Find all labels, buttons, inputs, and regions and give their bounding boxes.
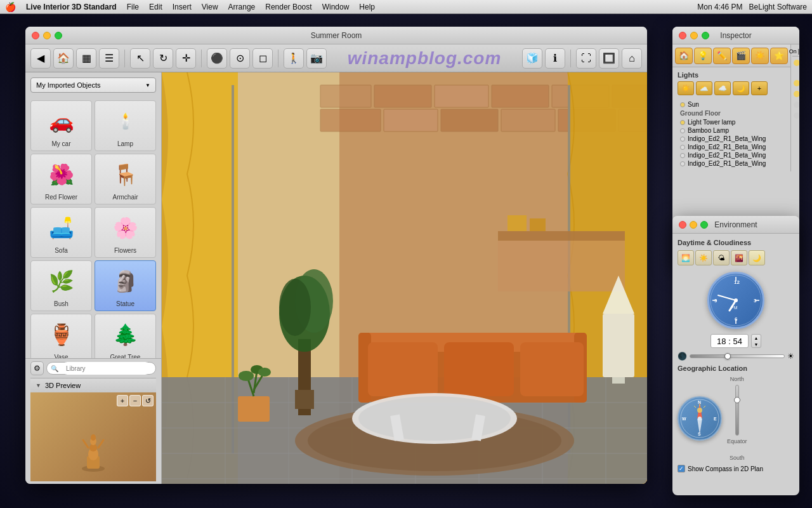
light-indigo-4[interactable]: Indigo_Ed2_R1_Beta_Wing — [678, 159, 785, 168]
circle-tool[interactable]: ⚫ — [207, 48, 227, 69]
inspector-minimize-button[interactable] — [690, 32, 698, 39]
inspector-star-btn[interactable]: ⭐ — [770, 48, 788, 64]
select-tool[interactable]: ↖ — [130, 48, 150, 69]
preview-header[interactable]: ▼ 3D Preview — [30, 378, 156, 392]
object-statue[interactable]: 🗿 Statue — [95, 260, 156, 311]
tower-lamp-label: Light Tower lamp — [688, 119, 735, 126]
close-button[interactable] — [32, 32, 39, 39]
inspector-home-btn[interactable]: 🏠 — [675, 48, 693, 64]
apple-menu[interactable]: 🍎 — [5, 2, 16, 12]
my-car-label: My car — [52, 140, 71, 147]
preview-triangle-icon: ▼ — [36, 382, 41, 389]
object-my-car[interactable]: 🚗 My car — [30, 100, 92, 151]
svg-rect-69 — [603, 314, 634, 377]
menu-window[interactable]: Window — [322, 3, 350, 11]
light-tower-lamp[interactable]: Light Tower lamp — [678, 118, 785, 126]
object-armchair[interactable]: 🪑 Armchair — [95, 154, 156, 204]
window-title: Summer Room — [311, 31, 362, 40]
evening-btn[interactable]: 🌇 — [731, 250, 747, 265]
app-name[interactable]: Live Interior 3D Standard — [26, 3, 117, 11]
menu-file[interactable]: File — [127, 3, 139, 11]
night-btn[interactable]: 🌙 — [749, 250, 765, 265]
show-compass-checkbox[interactable]: ✓ — [678, 465, 685, 472]
zoom-out-btn[interactable]: − — [129, 395, 141, 406]
light-indigo-2[interactable]: Indigo_Ed2_R1_Beta_Wing — [678, 143, 785, 151]
color-dot-2 — [794, 80, 799, 86]
inspector-maximize-button[interactable] — [702, 32, 709, 39]
object-red-flower[interactable]: 🌺 Red Flower — [30, 154, 92, 204]
menu-help[interactable]: Help — [359, 3, 375, 11]
lat-slider[interactable] — [735, 385, 739, 436]
inspector-bulb-btn[interactable]: 💡 — [694, 48, 712, 64]
donut-tool[interactable]: ⊙ — [230, 48, 250, 69]
light-ctrl-add[interactable]: + — [751, 81, 768, 95]
light-indigo-1[interactable]: Indigo_Ed2_R1_Beta_Wing — [678, 135, 785, 143]
env-maximize-button[interactable] — [700, 221, 708, 229]
menu-renderbost[interactable]: Render Boost — [265, 3, 311, 11]
library-search[interactable] — [61, 362, 152, 375]
menu-view[interactable]: View — [202, 3, 218, 11]
color-dot-1 — [794, 60, 799, 66]
inspector-pencil-btn[interactable]: ✏️ — [713, 48, 731, 64]
svg-rect-53 — [295, 390, 314, 409]
move-tool[interactable]: ✛ — [176, 48, 196, 69]
object-bush[interactable]: 🌿 Bush — [30, 260, 92, 311]
minimize-button[interactable] — [43, 32, 51, 39]
light-ctrl-4[interactable]: 🌙 — [733, 81, 749, 95]
light-item-sun[interactable]: Sun — [678, 100, 785, 109]
lat-thumb[interactable] — [734, 397, 740, 403]
on-off-header: On | Off Color — [792, 47, 799, 57]
object-flowers[interactable]: 🌸 Flowers — [95, 207, 156, 258]
time-input[interactable] — [710, 334, 749, 348]
menu-arrange[interactable]: Arrange — [228, 3, 256, 11]
morning-btn[interactable]: ☀️ — [695, 250, 712, 265]
noon-btn[interactable]: 🌤 — [713, 250, 730, 265]
object-lamp[interactable]: 🕯️ Lamp — [95, 100, 156, 151]
box-view-btn[interactable]: 🧊 — [522, 48, 542, 69]
info-btn[interactable]: ℹ — [545, 48, 565, 69]
menu-edit[interactable]: Edit — [149, 3, 162, 11]
brightness-slider[interactable] — [690, 354, 785, 358]
light-ctrl-3[interactable]: ☁️ — [714, 81, 731, 95]
light-indigo-3[interactable]: Indigo_Ed2_R1_Beta_Wing — [678, 151, 785, 159]
svg-rect-18 — [384, 109, 438, 131]
camera-tool[interactable]: 📷 — [306, 48, 327, 69]
home-btn[interactable]: ⌂ — [622, 48, 642, 69]
object-vase[interactable]: 🏺 Vase — [30, 314, 92, 358]
light-ctrl-2[interactable]: 🌥️ — [696, 81, 712, 95]
dawn-btn[interactable]: 🌅 — [678, 250, 694, 265]
zoom-in-btn[interactable]: + — [117, 395, 128, 406]
light-bamboo-lamp[interactable]: Bamboo Lamp — [678, 126, 785, 135]
svg-text:N: N — [698, 400, 701, 404]
env-close-button[interactable] — [679, 221, 686, 229]
menu-insert[interactable]: Insert — [173, 3, 192, 11]
time-step-up[interactable]: ▲ — [752, 335, 761, 341]
fullscreen-btn[interactable]: ⛶ — [576, 48, 596, 69]
time-step-down[interactable]: ▼ — [752, 341, 761, 347]
brightness-thumb[interactable] — [724, 353, 731, 359]
object-great-tree[interactable]: 🌲 Great Tree — [95, 314, 156, 358]
brightness-high-icon: ☀ — [787, 352, 794, 361]
settings-btn[interactable]: ⚙ — [30, 361, 44, 375]
env-minimize-button[interactable] — [690, 221, 697, 229]
objects-grid: 🚗 My car 🕯️ Lamp 🌺 Red Flower — [25, 98, 161, 358]
object-sofa[interactable]: 🛋️ Sofa — [30, 207, 92, 258]
clock-svg: 12 3 6 9 PM — [709, 274, 763, 327]
inspector-film-btn[interactable]: 🎬 — [732, 48, 750, 64]
inspector-close-button[interactable] — [679, 32, 686, 39]
zoom-btn[interactable]: 🔲 — [599, 48, 619, 69]
objects-dropdown[interactable]: My Imported Objects — [30, 77, 156, 93]
square-tool[interactable]: ◻ — [252, 48, 273, 69]
list-btn[interactable]: ☰ — [99, 48, 119, 69]
inspector-sun-btn[interactable]: ☀️ — [751, 48, 769, 64]
maximize-button[interactable] — [55, 32, 62, 39]
back-button[interactable]: ◀ — [30, 48, 51, 69]
time-stepper[interactable]: ▲ ▼ — [751, 334, 761, 348]
refresh-btn[interactable]: ↺ — [142, 395, 154, 406]
walls-btn[interactable]: ▦ — [76, 48, 96, 69]
preview-section: ▼ 3D Preview + − ↺ — [30, 378, 156, 481]
light-ctrl-1[interactable]: ☀️ — [678, 81, 694, 95]
rotate-tool[interactable]: ↻ — [153, 48, 173, 69]
floor-plan-btn[interactable]: 🏠 — [53, 48, 74, 69]
person-tool[interactable]: 🚶 — [284, 48, 304, 69]
